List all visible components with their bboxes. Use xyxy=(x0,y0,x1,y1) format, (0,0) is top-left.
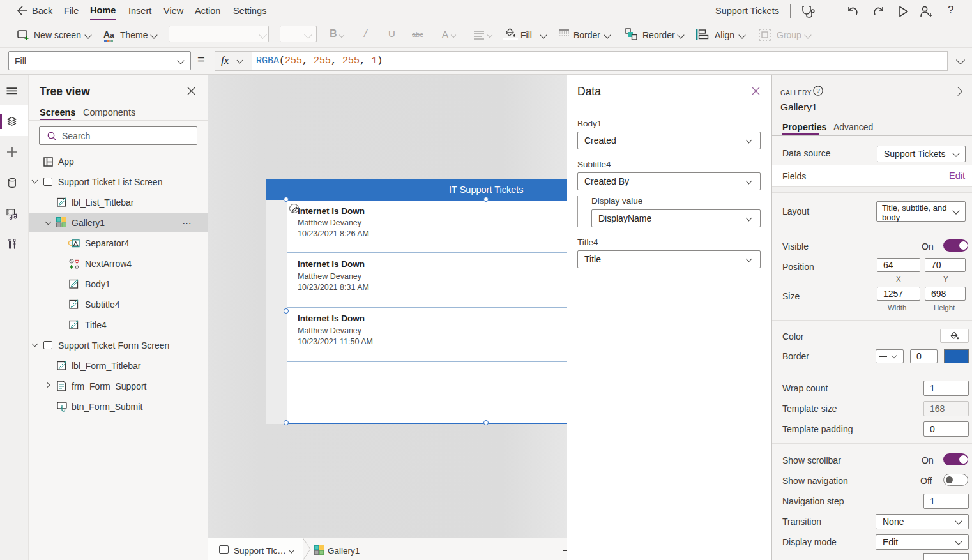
svg-text:?: ? xyxy=(816,87,819,94)
